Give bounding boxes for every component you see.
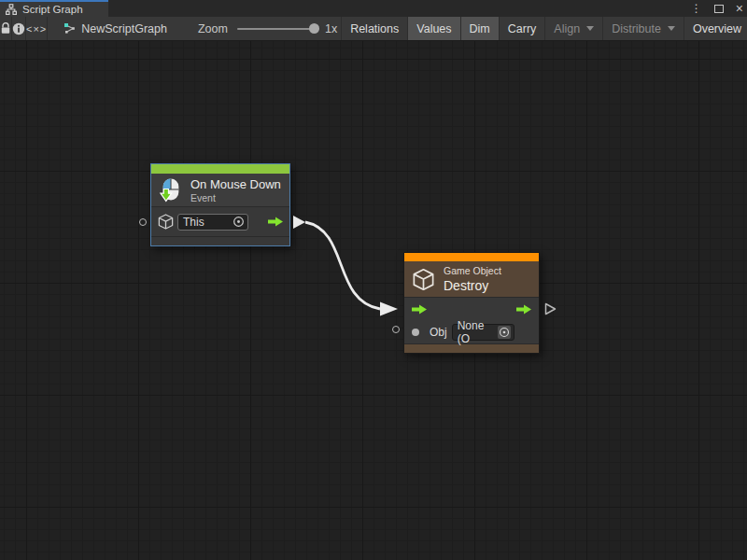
node-footer [151, 237, 289, 245]
window-controls: ⋮ × [691, 0, 743, 17]
trigger-output-port[interactable] [544, 302, 557, 315]
align-label: Align [554, 22, 580, 35]
graph-toolbar: <×> NewScriptGraph Zoom 1x Relations [0, 17, 747, 41]
target-input-port[interactable] [139, 218, 147, 226]
dim-label: Dim [470, 22, 490, 35]
obj-field[interactable]: None (O [452, 324, 514, 341]
align-dropdown[interactable]: Align [544, 17, 602, 41]
target-field-value: This [183, 216, 204, 229]
node-subtitle: Event [190, 192, 281, 203]
titlebar: Script Graph ⋮ × [0, 0, 747, 17]
values-label: Values [416, 22, 451, 35]
code-icon: <×> [26, 23, 47, 35]
trigger-output-port[interactable] [292, 215, 306, 230]
node-body: Obj None (O [404, 298, 539, 343]
zoom-slider[interactable] [237, 28, 319, 30]
node-title: On Mouse Down [190, 177, 281, 191]
obj-input-dot[interactable] [412, 329, 419, 336]
target-field[interactable]: This [177, 214, 248, 231]
toolbar-divider [47, 17, 48, 41]
script-graph-window: Script Graph ⋮ × [0, 0, 747, 560]
node-on-mouse-down[interactable]: On Mouse Down Event This [150, 163, 290, 246]
zoom-value: 1x [325, 22, 337, 35]
distribute-dropdown[interactable]: Distribute [602, 17, 684, 41]
node-body: This [151, 207, 289, 237]
overview-label: Overview [693, 22, 741, 35]
graph-breadcrumb[interactable]: NewScriptGraph [63, 22, 167, 35]
node-title: Destroy [444, 278, 501, 293]
zoom-slider-handle[interactable] [309, 23, 319, 34]
node-header[interactable]: Game Object Destroy [404, 261, 539, 298]
tab-script-graph[interactable]: Script Graph [0, 0, 108, 17]
close-icon[interactable]: × [736, 2, 743, 15]
window-menu-icon[interactable]: ⋮ [691, 3, 702, 14]
game-object-cube-icon [411, 267, 436, 292]
zoom-label: Zoom [198, 22, 228, 35]
node-destroy[interactable]: Game Object Destroy [403, 252, 540, 354]
relations-button[interactable]: Relations [341, 17, 407, 41]
overview-button[interactable]: Overview [684, 17, 747, 41]
graph-hierarchy-icon [6, 4, 17, 15]
trigger-output-arrow-icon[interactable] [267, 216, 284, 228]
values-button[interactable]: Values [407, 17, 459, 41]
connection-wire [0, 41, 747, 560]
chevron-down-icon [668, 26, 675, 31]
tab-title: Script Graph [22, 4, 83, 15]
object-picker-icon[interactable] [498, 326, 511, 339]
trigger-input-arrow-icon[interactable] [411, 303, 428, 315]
lock-button[interactable] [0, 17, 11, 41]
mouse-down-icon [158, 177, 183, 203]
event-accent-bar [151, 164, 289, 174]
unit-accent-bar [404, 253, 539, 261]
node-header[interactable]: On Mouse Down Event [151, 174, 289, 207]
graph-canvas[interactable]: On Mouse Down Event This [0, 41, 747, 560]
script-graph-asset-icon [63, 22, 76, 35]
relations-label: Relations [350, 22, 399, 35]
edit-code-button[interactable]: <×> [26, 17, 47, 41]
carry-label: Carry [508, 22, 537, 35]
distribute-label: Distribute [612, 22, 661, 35]
chevron-down-icon [586, 26, 594, 31]
obj-input-port[interactable] [392, 326, 400, 333]
dim-button[interactable]: Dim [460, 17, 499, 41]
info-icon [12, 22, 25, 35]
maximize-icon[interactable] [714, 5, 724, 13]
obj-field-value: None (O [458, 319, 498, 345]
lock-icon [0, 22, 11, 35]
node-category: Game Object [444, 265, 501, 276]
graph-name: NewScriptGraph [81, 22, 167, 35]
obj-input-label: Obj [430, 326, 447, 339]
trigger-output-arrow-icon[interactable] [515, 303, 532, 315]
carry-button[interactable]: Carry [499, 17, 545, 41]
game-object-cube-icon [157, 213, 175, 231]
object-picker-icon[interactable] [233, 216, 245, 228]
info-button[interactable] [12, 17, 25, 41]
zoom-control: Zoom 1x [198, 22, 337, 35]
